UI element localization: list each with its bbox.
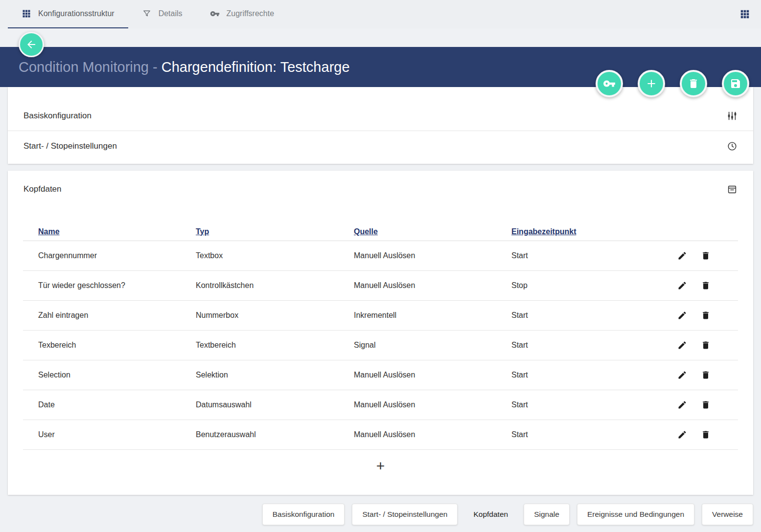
row-actions (660, 310, 738, 320)
grid-icon (22, 9, 31, 19)
tab-details[interactable]: Details (128, 0, 196, 28)
table-row: Texbereich Textbereich Signal Start (23, 331, 738, 360)
trash-icon (688, 78, 699, 89)
delete-icon[interactable] (701, 370, 711, 380)
delete-icon[interactable] (701, 430, 711, 440)
bottom-nav-start-stop[interactable]: Start- / Stopeinstellungen (352, 504, 458, 525)
section-list-card: Basiskonfiguration Start- / Stopeinstell… (8, 87, 753, 164)
cell-eingabezeitpunkt: Stop (496, 281, 660, 290)
delete-icon[interactable] (701, 251, 711, 261)
cell-typ: Kontrollkästchen (181, 281, 339, 290)
tab-label: Konfigurationsstruktur (38, 9, 115, 18)
cell-quelle: Manuell Auslösen (339, 371, 496, 379)
edit-icon[interactable] (677, 340, 687, 350)
section-label: Start- / Stopeinstellungen (23, 141, 117, 151)
bottom-nav-basiskonfiguration[interactable]: Basiskonfiguration (262, 504, 345, 525)
arrow-left-icon (25, 39, 37, 50)
section-row-basiskonfiguration[interactable]: Basiskonfiguration (8, 101, 753, 131)
add-row: + (23, 450, 738, 482)
tab-zugriffsrechte[interactable]: Zugriffsrechte (196, 0, 288, 28)
kopfdaten-title: Kopfdaten (23, 184, 62, 194)
cell-typ: Benutzerauswahl (181, 430, 339, 439)
permissions-button[interactable] (596, 70, 623, 97)
cell-typ: Datumsauswahl (181, 400, 339, 409)
edit-icon[interactable] (677, 430, 687, 440)
cell-name: Zahl eintragen (23, 311, 181, 320)
row-actions (660, 430, 738, 440)
key-icon (210, 9, 220, 19)
key-icon (603, 77, 616, 90)
page-title-main: Chargendefinition: Testcharge (161, 59, 350, 75)
table-row: Tür wieder geschlossen? Kontrollkästchen… (23, 271, 738, 301)
row-actions (660, 251, 738, 261)
row-actions (660, 400, 738, 410)
row-actions (660, 340, 738, 350)
cell-name: User (23, 430, 181, 439)
apps-grid-button[interactable] (729, 0, 761, 28)
filter-icon (142, 9, 152, 19)
edit-icon[interactable] (677, 370, 687, 380)
sliders-icon (727, 111, 738, 121)
column-header-typ: Typ (181, 227, 339, 236)
column-header-name: Name (23, 227, 181, 236)
row-actions (660, 281, 738, 290)
edit-icon[interactable] (677, 281, 687, 290)
save-icon (730, 78, 741, 89)
cell-quelle: Manuell Auslösen (339, 281, 496, 290)
edit-icon[interactable] (677, 251, 687, 261)
bottom-nav: Basiskonfiguration Start- / Stopeinstell… (0, 495, 761, 525)
bottom-nav-kopfdaten[interactable]: Kopfdaten (465, 504, 516, 525)
cell-eingabezeitpunkt: Start (496, 371, 660, 379)
tab-konfigurationsstruktur[interactable]: Konfigurationsstruktur (8, 0, 128, 28)
cell-quelle: Manuell Auslösen (339, 400, 496, 409)
cell-eingabezeitpunkt: Start (496, 251, 660, 260)
table-row: Selection Selektion Manuell Auslösen Sta… (23, 360, 738, 390)
bottom-nav-verweise[interactable]: Verweise (702, 504, 753, 525)
cell-quelle: Inkrementell (339, 311, 496, 320)
cell-name: Texbereich (23, 341, 181, 350)
add-field-button[interactable]: + (369, 457, 392, 475)
row-actions (660, 370, 738, 380)
cell-eingabezeitpunkt: Start (496, 400, 660, 409)
bottom-nav-ereignisse[interactable]: Ereignisse und Bedingungen (577, 504, 694, 525)
plus-icon (645, 77, 658, 90)
kopfdaten-table: Name Typ Quelle Eingabezeitpunkt Chargen… (23, 222, 738, 482)
kopfdaten-card: Kopfdaten Name Typ Quelle Eingabezeitpun… (8, 171, 753, 495)
back-button[interactable] (19, 32, 44, 57)
cell-name: Tür wieder geschlossen? (23, 281, 181, 290)
cell-quelle: Signal (339, 341, 496, 350)
edit-icon[interactable] (677, 310, 687, 320)
cell-eingabezeitpunkt: Start (496, 430, 660, 439)
cell-quelle: Manuell Auslösen (339, 251, 496, 260)
page-title-prefix: Condition Monitoring - (19, 59, 161, 75)
calendar-icon (727, 184, 738, 195)
table-row: User Benutzerauswahl Manuell Auslösen St… (23, 420, 738, 450)
cell-name: Selection (23, 371, 181, 379)
section-row-start-stop[interactable]: Start- / Stopeinstellungen (8, 131, 753, 161)
section-label: Basiskonfiguration (23, 111, 92, 121)
kopfdaten-header: Kopfdaten (8, 183, 753, 195)
column-header-quelle: Quelle (339, 227, 496, 236)
tab-label: Details (159, 9, 183, 18)
cell-name: Date (23, 400, 181, 409)
cell-typ: Textbereich (181, 341, 339, 350)
cell-quelle: Manuell Auslösen (339, 430, 496, 439)
bottom-nav-signale[interactable]: Signale (524, 504, 570, 525)
cell-name: Chargennummer (23, 251, 181, 260)
save-button[interactable] (722, 70, 749, 97)
table-row: Chargennummer Textbox Manuell Auslösen S… (23, 241, 738, 271)
add-button[interactable] (638, 70, 665, 97)
page-title: Condition Monitoring - Chargendefinition… (19, 59, 350, 75)
cell-eingabezeitpunkt: Start (496, 341, 660, 350)
table-row: Zahl eintragen Nummerbox Inkrementell St… (23, 301, 738, 331)
delete-icon[interactable] (701, 281, 711, 290)
delete-icon[interactable] (701, 340, 711, 350)
edit-icon[interactable] (677, 400, 687, 410)
delete-button[interactable] (680, 70, 707, 97)
table-row: Date Datumsauswahl Manuell Auslösen Star… (23, 390, 738, 420)
clock-icon (727, 141, 738, 152)
cell-eingabezeitpunkt: Start (496, 311, 660, 320)
delete-icon[interactable] (701, 310, 711, 320)
table-header-row: Name Typ Quelle Eingabezeitpunkt (23, 222, 738, 241)
delete-icon[interactable] (701, 400, 711, 410)
